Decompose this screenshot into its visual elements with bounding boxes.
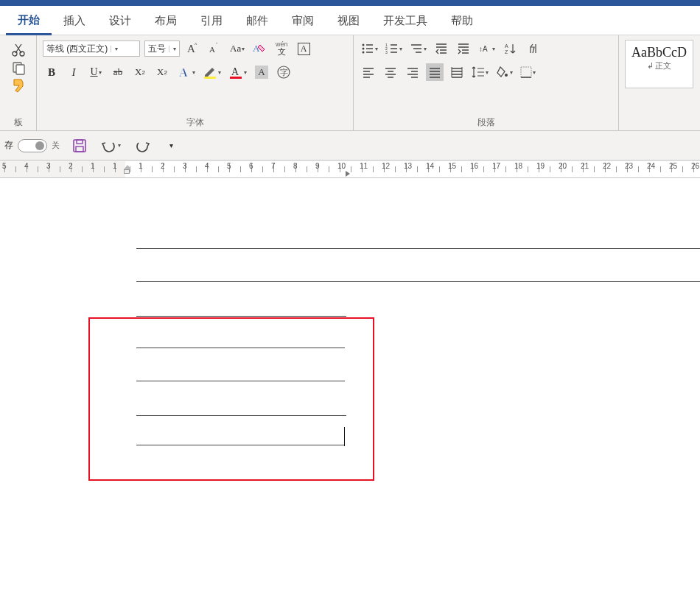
- underline-line: [136, 381, 345, 381]
- group-styles: AaBbCcD ↲ 正文: [619, 35, 700, 130]
- svg-point-15: [363, 44, 365, 46]
- cut-icon[interactable]: [10, 43, 27, 57]
- character-border-button[interactable]: A: [295, 40, 312, 57]
- document-area[interactable]: [0, 178, 700, 589]
- line-spacing-button[interactable]: ▾: [470, 63, 490, 81]
- group-clipboard: 板: [0, 35, 37, 130]
- hanging-indent-marker[interactable]: [124, 169, 130, 174]
- subscript-button[interactable]: X2: [131, 63, 149, 81]
- tab-review[interactable]: 审阅: [280, 7, 326, 35]
- svg-rect-3: [16, 65, 24, 74]
- underline-line: [136, 248, 700, 249]
- svg-point-1: [20, 52, 24, 56]
- font-size-combo[interactable]: 五号 ▾: [144, 40, 180, 57]
- tab-view[interactable]: 视图: [326, 7, 371, 35]
- underline-button[interactable]: U▾: [87, 63, 105, 81]
- show-marks-button[interactable]: [523, 40, 541, 57]
- horizontal-ruler[interactable]: 543211 123456789101112131415161718192021…: [0, 161, 700, 178]
- tab-help[interactable]: 帮助: [439, 7, 485, 35]
- menubar: 开始 插入 设计 布局 引用 邮件 审阅 视图 开发工具 帮助: [0, 6, 700, 35]
- group-font: 等线 (西文正文) ▾ 五号 ▾ A^ Aˇ Aa ▾ A: [37, 35, 354, 130]
- svg-text:3: 3: [385, 50, 388, 54]
- format-painter-icon[interactable]: [10, 78, 27, 93]
- underline-line: [136, 281, 700, 282]
- text-direction-button[interactable]: ↕A▾: [477, 40, 497, 57]
- increase-indent-button[interactable]: [455, 40, 472, 57]
- change-case-button[interactable]: Aa ▾: [228, 40, 246, 57]
- svg-text:ˇ: ˇ: [216, 42, 218, 47]
- decrease-indent-button[interactable]: [433, 40, 450, 57]
- svg-point-24: [505, 74, 508, 77]
- tab-mailings[interactable]: 邮件: [234, 7, 280, 35]
- autosave-state: 关: [52, 140, 60, 151]
- svg-rect-10: [204, 77, 216, 79]
- phonetic-guide-button[interactable]: wén 文: [273, 40, 290, 57]
- text-effects-button[interactable]: A▾: [175, 63, 197, 81]
- enclose-character-button[interactable]: 字: [275, 63, 293, 81]
- svg-text:A: A: [505, 43, 508, 49]
- svg-text:^: ^: [195, 42, 197, 47]
- bullets-button[interactable]: ▾: [360, 40, 379, 57]
- highlight-button[interactable]: ▾: [201, 63, 223, 81]
- shrink-font-button[interactable]: Aˇ: [206, 40, 224, 57]
- tab-layout[interactable]: 布局: [143, 7, 189, 35]
- chevron-down-icon: ▾: [169, 46, 179, 52]
- quick-access-toolbar: 存 关 ▾ ▾: [0, 131, 700, 161]
- undo-button[interactable]: ▾: [99, 137, 122, 155]
- svg-text:Z: Z: [505, 49, 508, 54]
- align-left-button[interactable]: [360, 63, 377, 81]
- svg-text:A: A: [209, 45, 215, 54]
- underline-line: [136, 316, 346, 317]
- align-center-button[interactable]: [382, 63, 399, 81]
- group-label-paragraph: 段落: [360, 114, 612, 129]
- tab-design[interactable]: 设计: [97, 7, 143, 35]
- svg-text:A: A: [231, 66, 239, 77]
- clear-format-button[interactable]: A: [251, 40, 268, 57]
- font-color-button[interactable]: A▾: [227, 63, 248, 81]
- annotation-box: [88, 317, 374, 481]
- shading-button[interactable]: ▾: [494, 63, 514, 81]
- bold-button[interactable]: B: [43, 63, 60, 81]
- underline-line: [136, 348, 345, 348]
- align-justify-button[interactable]: [426, 63, 444, 81]
- character-shading-button[interactable]: A: [253, 63, 270, 81]
- distributed-button[interactable]: [448, 63, 466, 81]
- save-button[interactable]: [70, 137, 89, 155]
- sort-button[interactable]: AZ: [501, 40, 519, 57]
- underline-line: [136, 415, 346, 416]
- align-right-button[interactable]: [404, 63, 421, 81]
- svg-point-17: [363, 52, 365, 54]
- numbering-button[interactable]: 123▾: [384, 40, 404, 57]
- svg-text:↕A: ↕A: [479, 45, 488, 53]
- svg-point-16: [363, 48, 365, 50]
- qat-customize-button[interactable]: ▾: [162, 137, 180, 155]
- tab-references[interactable]: 引用: [189, 7, 234, 35]
- superscript-button[interactable]: X2: [153, 63, 171, 81]
- tab-developer[interactable]: 开发工具: [371, 7, 439, 35]
- svg-rect-28: [76, 147, 83, 152]
- redo-button[interactable]: [133, 137, 152, 155]
- document-page[interactable]: [0, 178, 700, 589]
- group-label-font: 字体: [43, 114, 347, 129]
- svg-point-0: [13, 52, 17, 56]
- chevron-down-icon: ▾: [111, 46, 121, 52]
- font-name-combo[interactable]: 等线 (西文正文) ▾: [43, 40, 140, 57]
- group-paragraph: ▾ 123▾ ▾ ↕A▾ AZ ▾ ▾ ▾ 段落: [354, 35, 619, 130]
- grow-font-button[interactable]: A^: [184, 40, 202, 57]
- ribbon: 板 等线 (西文正文) ▾ 五号 ▾ A^ Aˇ Aa: [0, 35, 700, 131]
- multilevel-button[interactable]: ▾: [408, 40, 428, 57]
- style-normal[interactable]: AaBbCcD ↲ 正文: [625, 40, 693, 88]
- autosave-toggle[interactable]: [18, 139, 47, 152]
- autosave-label: 存: [4, 139, 13, 152]
- tab-home[interactable]: 开始: [6, 6, 52, 35]
- border-button[interactable]: ▾: [519, 63, 537, 81]
- strikethrough-button[interactable]: ab: [109, 63, 127, 81]
- tab-stop-marker[interactable]: [346, 171, 353, 177]
- copy-icon[interactable]: [10, 60, 27, 75]
- svg-rect-12: [230, 77, 242, 79]
- tab-insert[interactable]: 插入: [52, 7, 97, 35]
- underline-line: [136, 445, 344, 445]
- svg-rect-25: [521, 67, 531, 77]
- italic-button[interactable]: I: [65, 63, 83, 81]
- text-cursor: [344, 427, 345, 446]
